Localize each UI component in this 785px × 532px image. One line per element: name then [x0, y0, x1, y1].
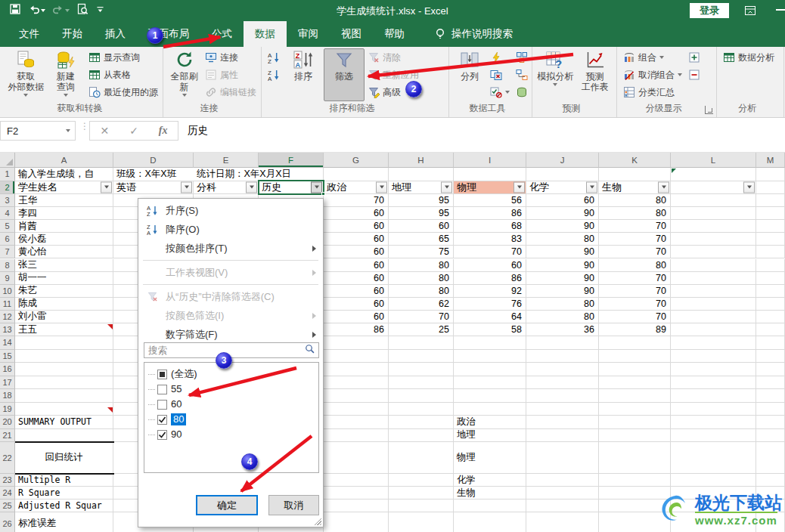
cell-H8[interactable]: 80 [389, 259, 454, 272]
cell-H25[interactable] [389, 500, 454, 512]
cell-H15[interactable] [389, 350, 454, 363]
tab-开始[interactable]: 开始 [51, 21, 94, 47]
cell-M26[interactable] [756, 512, 785, 532]
group-button[interactable]: 组合 [620, 49, 685, 66]
cell-K14[interactable] [599, 336, 671, 350]
cell-I22[interactable]: 物理 [454, 442, 526, 474]
cell-G9[interactable]: 60 [324, 272, 389, 285]
row-header-10[interactable]: 10 [0, 285, 15, 298]
cell-I21[interactable]: 地理 [454, 429, 526, 443]
cell-A10[interactable]: 朱艺 [15, 285, 113, 298]
cell-H3[interactable]: 95 [389, 194, 454, 207]
cell-M22[interactable] [756, 442, 785, 474]
cell-L23[interactable] [671, 474, 756, 487]
cell-M12[interactable] [756, 311, 785, 323]
cell-M18[interactable] [756, 389, 785, 403]
get-external-data-button[interactable]: 获取外部数据 [6, 48, 46, 101]
select-all-corner[interactable] [0, 153, 15, 168]
cell-K26[interactable] [599, 512, 671, 532]
cell-G12[interactable]: 60 [324, 311, 389, 323]
recent-sources-button[interactable]: 最近使用的源 [85, 84, 161, 101]
filter-button[interactable]: 筛选 [324, 48, 365, 101]
print-preview-button[interactable] [76, 3, 88, 18]
cell-L7[interactable] [671, 246, 756, 258]
cell-G22[interactable] [324, 442, 389, 474]
cell-A16[interactable] [15, 363, 113, 376]
checkbox-indeterminate-icon[interactable] [157, 370, 167, 379]
cell-G7[interactable]: 60 [324, 246, 389, 258]
cell-I20[interactable]: 政治 [454, 416, 526, 429]
cell-K25[interactable] [599, 500, 671, 512]
forecast-sheet-button[interactable]: 预测工作表 [576, 48, 616, 101]
cell-I24[interactable]: 生物 [454, 487, 526, 500]
cell-K12[interactable]: 70 [599, 311, 671, 323]
save-button[interactable] [9, 3, 21, 18]
cell-L21[interactable] [671, 429, 756, 443]
cell-H17[interactable] [389, 376, 454, 390]
cell-I15[interactable] [454, 350, 526, 363]
cell-A22[interactable]: 回归统计 [15, 442, 113, 474]
cell-H26[interactable] [389, 512, 454, 532]
cell-K24[interactable] [599, 487, 671, 500]
filter-value-item-60[interactable]: 60 [144, 397, 318, 412]
cell-M19[interactable] [756, 403, 785, 416]
cell-L5[interactable] [671, 220, 756, 233]
cell-I7[interactable]: 70 [454, 246, 526, 258]
filter-value-item-90[interactable]: 90 [144, 427, 318, 442]
remove-duplicates-button[interactable] [487, 66, 513, 83]
cell-L17[interactable] [671, 376, 756, 390]
row-header-2[interactable]: 2 [0, 181, 15, 195]
cell-M7[interactable] [756, 246, 785, 258]
row-header-18[interactable]: 18 [0, 389, 15, 403]
text-to-columns-button[interactable]: 分列 [452, 48, 487, 101]
column-header-A[interactable]: A [15, 153, 113, 168]
row-header-12[interactable]: 12 [0, 311, 15, 323]
cell-H7[interactable]: 75 [389, 246, 454, 258]
filter-dropdown-button-E[interactable] [246, 181, 257, 193]
cell-I4[interactable]: 86 [454, 207, 526, 220]
cell-I12[interactable]: 64 [454, 311, 526, 323]
filter-value-item-55[interactable]: 55 [144, 382, 318, 397]
cell-A21[interactable] [15, 429, 113, 443]
cell-M17[interactable] [756, 376, 785, 390]
consolidate-button[interactable] [513, 49, 531, 66]
cell-I8[interactable]: 60 [454, 259, 526, 272]
cell-I3[interactable]: 56 [454, 194, 526, 207]
tellme-search[interactable]: 操作说明搜索 [434, 21, 513, 47]
cell-A23[interactable]: Multiple R [15, 474, 113, 487]
cell-J5[interactable]: 90 [526, 220, 599, 233]
cell-J13[interactable]: 36 [526, 323, 599, 336]
cell-K10[interactable]: 70 [599, 285, 671, 298]
cell-A18[interactable] [15, 389, 113, 403]
minimize-button[interactable] [776, 9, 785, 11]
filter-dropdown-button-J[interactable] [586, 181, 597, 193]
cell-G19[interactable] [324, 403, 389, 416]
cell-L25[interactable] [671, 500, 756, 512]
cell-L15[interactable] [671, 350, 756, 363]
row-header-3[interactable]: 3 [0, 194, 15, 207]
refresh-all-button[interactable]: 全部刷新 [166, 48, 202, 101]
cell-J18[interactable] [526, 389, 599, 403]
cell-J19[interactable] [526, 403, 599, 416]
cell-I14[interactable] [454, 336, 526, 350]
cell-M14[interactable] [756, 336, 785, 350]
cell-H23[interactable] [389, 474, 454, 487]
menu-item-2[interactable]: 按颜色排序(T) [138, 239, 323, 258]
cell-A20[interactable]: SUMMARY OUTPUT [15, 416, 113, 429]
cell-A7[interactable]: 黄心怡 [15, 246, 113, 258]
cell-L14[interactable] [671, 336, 756, 350]
insert-function-icon[interactable]: fx [159, 125, 168, 137]
cell-I10[interactable]: 92 [454, 285, 526, 298]
cell-A8[interactable]: 张三 [15, 259, 113, 272]
cell-M13[interactable] [756, 323, 785, 336]
filter-dropdown-button-G[interactable] [376, 181, 387, 193]
cell-E2[interactable]: 分科 [194, 181, 259, 195]
cell-J26[interactable] [526, 512, 599, 532]
cell-A6[interactable]: 侯小磊 [15, 233, 113, 246]
row-header-4[interactable]: 4 [0, 207, 15, 220]
cell-G10[interactable]: 60 [324, 285, 389, 298]
row-header-17[interactable]: 17 [0, 376, 15, 390]
menu-item-8[interactable]: 数字筛选(F) [138, 325, 323, 344]
cell-I6[interactable]: 83 [454, 233, 526, 246]
cell-A15[interactable] [15, 350, 113, 363]
